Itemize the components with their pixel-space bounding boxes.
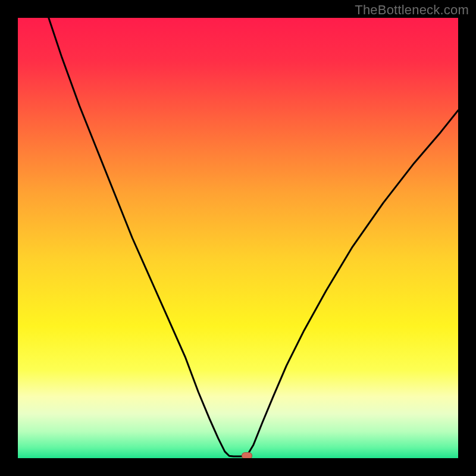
chart-frame: TheBottleneck.com [0,0,476,476]
optimal-marker [242,452,252,458]
plot-area [18,18,458,458]
watermark-text: TheBottleneck.com [355,2,469,18]
bottleneck-curve [18,18,458,458]
